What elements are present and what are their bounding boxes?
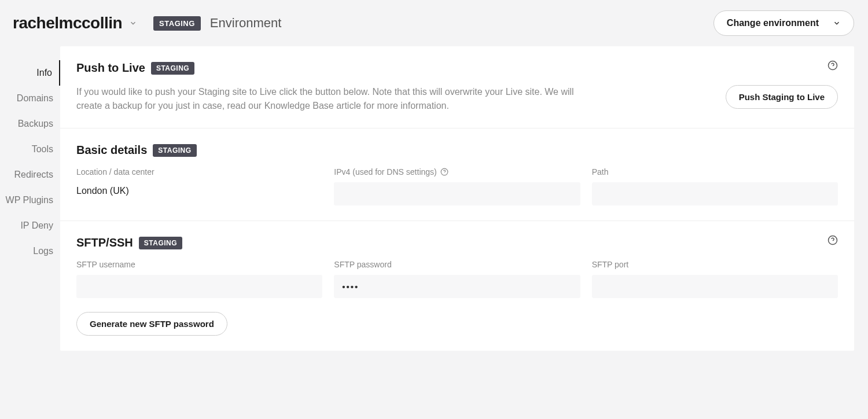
details-badge: STAGING (153, 144, 196, 157)
sidebar-item-info[interactable]: Info (0, 60, 60, 86)
sidebar-item-logs[interactable]: Logs (0, 238, 60, 264)
path-value[interactable] (592, 182, 838, 205)
sftp-username-field: SFTP username (76, 260, 322, 298)
details-title: Basic details (76, 144, 147, 157)
ipv4-label: IPv4 (used for DNS settings) (334, 167, 580, 177)
main-content: Push to Live STAGING If you would like t… (60, 46, 854, 351)
ipv4-label-text: IPv4 (used for DNS settings) (334, 167, 436, 177)
sidebar-item-tools[interactable]: Tools (0, 137, 60, 162)
push-title: Push to Live (76, 61, 145, 75)
push-staging-to-live-button[interactable]: Push Staging to Live (726, 85, 838, 109)
site-name[interactable]: rachelmccollin (13, 14, 122, 32)
env-label: Environment (210, 16, 282, 31)
help-icon[interactable] (827, 60, 838, 73)
push-badge: STAGING (151, 62, 194, 75)
page-header: rachelmccollin STAGING Environment Chang… (0, 0, 868, 46)
header-left: rachelmccollin STAGING Environment (13, 14, 281, 32)
generate-sftp-password-button[interactable]: Generate new SFTP password (76, 312, 227, 336)
info-icon[interactable] (440, 168, 448, 176)
push-to-live-section: Push to Live STAGING If you would like t… (60, 46, 854, 128)
change-environment-label: Change environment (727, 18, 819, 28)
sftp-password-field: SFTP password •••• (334, 260, 580, 298)
path-label: Path (592, 167, 838, 177)
sftp-password-label: SFTP password (334, 260, 580, 269)
help-icon[interactable] (827, 235, 838, 248)
sidebar-item-backups[interactable]: Backups (0, 111, 60, 137)
sftp-port-label: SFTP port (592, 260, 838, 269)
sftp-port-value[interactable] (592, 275, 838, 298)
sftp-title: SFTP/SSH (76, 236, 133, 249)
push-description: If you would like to push your Staging s… (76, 85, 574, 113)
env-badge: STAGING (153, 16, 201, 31)
sidebar-item-ip-deny[interactable]: IP Deny (0, 213, 60, 238)
sftp-password-value[interactable]: •••• (334, 275, 580, 298)
sftp-badge: STAGING (139, 237, 182, 249)
ipv4-value[interactable] (334, 182, 580, 205)
sidebar-item-redirects[interactable]: Redirects (0, 162, 60, 188)
sidebar-item-wp-plugins[interactable]: WP Plugins (0, 188, 60, 213)
location-field: Location / data center London (UK) (76, 167, 322, 205)
chevron-down-icon (833, 19, 841, 27)
path-field: Path (592, 167, 838, 205)
ipv4-field: IPv4 (used for DNS settings) (334, 167, 580, 205)
sftp-section: SFTP/SSH STAGING SFTP username SFTP pass… (60, 221, 854, 351)
sftp-port-field: SFTP port (592, 260, 838, 298)
sidebar-item-domains[interactable]: Domains (0, 86, 60, 111)
change-environment-button[interactable]: Change environment (713, 10, 854, 36)
location-value: London (UK) (76, 182, 322, 200)
location-label: Location / data center (76, 167, 322, 177)
sftp-username-label: SFTP username (76, 260, 322, 269)
sidebar: Info Domains Backups Tools Redirects WP … (0, 46, 60, 264)
site-chevron-down-icon[interactable] (129, 19, 137, 27)
sftp-password-dots: •••• (342, 282, 359, 292)
sftp-username-value[interactable] (76, 275, 322, 298)
basic-details-section: Basic details STAGING Location / data ce… (60, 128, 854, 221)
